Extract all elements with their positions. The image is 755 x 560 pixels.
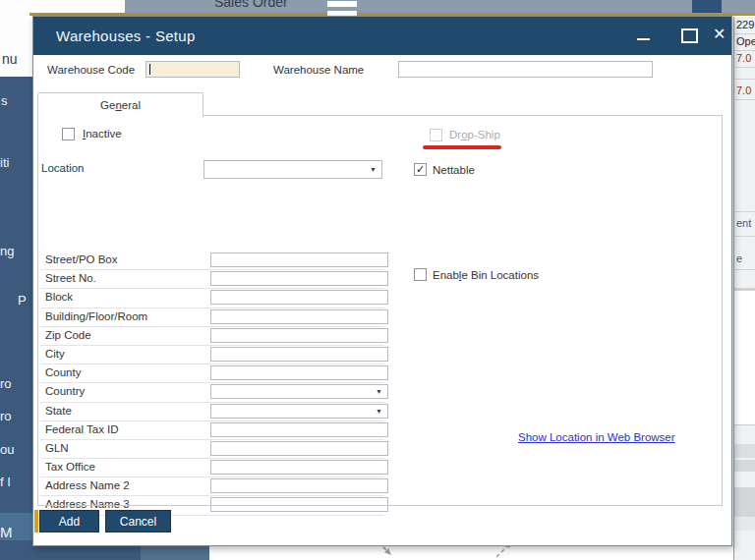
dialog-title: Warehouses - Setup [56,17,196,55]
salesorder-line [734,269,755,270]
close-icon[interactable]: ✕ [713,25,726,43]
warehouse-name-input[interactable] [398,61,653,78]
background-bottom-strip-light [141,546,209,560]
salesorder-line [734,79,755,80]
general-tab-panel [37,115,723,506]
menu-fragment: ro [0,376,12,391]
background-window-title: Sales Order [214,0,288,10]
background-tile [692,0,722,13]
salesorder-grid-row [734,324,755,342]
salesorder-grid-row [734,308,755,325]
menu-fragment: M [0,524,13,540]
salesorder-fragment: 229 [736,19,754,30]
salesorder-fragment: 7.0 [736,84,751,96]
salesorder-band [734,487,755,517]
salesorder-line [734,67,755,68]
salesorder-line [734,99,755,100]
salesorder-fragment: Ope [736,35,755,47]
salesorder-grid-row [734,358,755,375]
menu-fragment: P [18,293,27,308]
menu-fragment: ng [0,244,14,258]
salesorder-line [734,50,755,51]
add-button[interactable]: Add [39,510,99,532]
warehouse-code-label: Warehouse Code [47,64,135,76]
dialog-titlebar[interactable]: Warehouses - Setup ✕ [33,17,731,55]
background-bottom-strip [0,546,141,560]
warehouse-code-input[interactable] [145,61,240,78]
salesorder-grid-row [734,408,755,425]
screen: Sales Order 229Ope7.07.0ente.. Warehouse… [0,0,755,560]
tab-general[interactable]: General [37,92,203,117]
salesorder-line [734,211,755,212]
menu-fragment: ro [0,409,12,423]
menu-fragment: iti [0,155,9,170]
warehouses-setup-dialog: Warehouses - Setup ✕ Warehouse Code Ware… [32,16,732,546]
salesorder-band [734,517,755,531]
salesorder-fragment: ent [736,217,751,229]
default-button-marker [34,510,38,532]
menu-fragment: ou [0,442,14,457]
menu-fragment: f I [0,475,11,489]
salesorder-grid-row [734,341,755,359]
background-panel-top [0,0,125,14]
salesorder-fragment: 7.0 [736,52,751,64]
background-panel-side [0,14,33,77]
maximize-icon[interactable] [681,28,698,43]
menu-fragment: nu [2,51,18,67]
menu-fragment: s [1,93,8,108]
text-caret [149,64,150,75]
salesorder-grid-row [734,291,755,308]
salesorder-band [734,460,755,472]
salesorder-band [734,444,755,458]
cancel-button[interactable]: Cancel [105,510,171,532]
warehouse-name-label: Warehouse Name [273,64,364,76]
salesorder-grid-row [734,374,755,392]
background-salesorder-edge: 229Ope7.07.0ente.. [733,17,755,560]
minimize-icon[interactable] [637,38,650,40]
salesorder-grid-row [734,391,755,409]
salesorder-line [734,33,755,34]
salesorder-line [734,236,755,237]
salesorder-fragment: e [736,252,742,264]
